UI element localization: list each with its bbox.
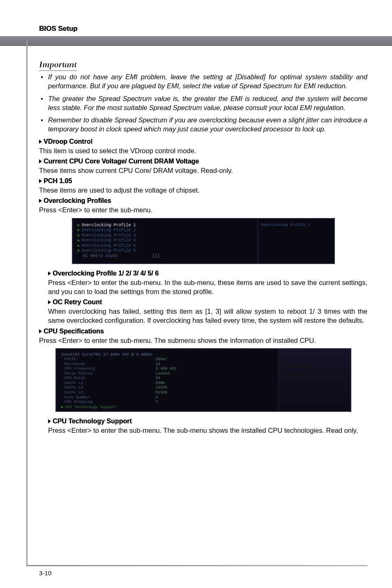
section-desc: Press <Enter> to enter the sub-menu. The… [39,336,367,345]
bios-screenshot-cpu-spec: Intel(R) Core(TM) i7-2600 CPU @ 3.40GHz … [55,348,351,412]
footer-rule [26,565,367,566]
important-heading: Important [39,59,77,70]
arrow-icon [39,159,42,163]
bios-row: ▶Overclocking Profile 2 [78,228,253,233]
triangle-icon: ▶ [78,228,80,232]
bios-data-row: CPU Stepping7 [61,400,273,404]
bios-data-row: CPU Frequency3.400 GHz [61,366,273,371]
important-list: If you do not have any EMI problem, leav… [39,72,367,134]
section-desc: These items show current CPU Core/ DRAM … [39,166,367,175]
bios-data-row: MicroCode12 [61,362,273,367]
section-heading-oc-profile-n: Overclocking Profile 1/ 2/ 3/ 4/ 5/ 6 [48,270,367,277]
section-desc: Press <Enter> to enter the sub-menu. [39,205,367,214]
bios-data-row: Ratio StatusLocked [61,371,273,376]
page-header-title: BIOS Setup [25,25,367,33]
triangle-icon: ▶ [78,243,80,248]
section-heading-cpu-tech: CPU Technology Support [48,418,367,425]
bios-data-row: CPUID206a7 [61,357,273,362]
important-bullet: The greater the Spread Spectrum value is… [39,94,367,113]
header-bar [0,36,392,46]
bios-row: ▶Overclocking Profile 1 [78,223,253,228]
important-bullet: If you do not have any EMI problem, leav… [39,72,367,91]
page-number: 3-10 [39,570,51,577]
arrow-icon [48,271,51,276]
bios-row-tech-support: ▶CPU Technology Support [61,404,273,409]
bios-data-row: Cache L1256K [61,381,273,386]
bios-row: ▶Overclocking Profile 5 [78,243,253,249]
triangle-icon: ▶ [78,248,80,253]
section-heading-vdroop: VDroop Control [39,138,367,145]
important-bullet: Remember to disable Spread Spectrum if y… [39,115,367,134]
arrow-icon [48,300,51,304]
section-desc: These items are used to adjust the volta… [39,186,367,195]
section-heading-cpu-spec: CPU Specifications [39,328,367,335]
bios-row: ▶Overclocking Profile 3 [78,233,253,239]
bios-cpu-title: Intel(R) Core(TM) i7-2600 CPU @ 3.40GHz [61,352,273,357]
bios-row: ▶Overclocking Profile 6 [78,248,253,254]
triangle-icon: ▶ [61,405,64,409]
bios-help-panel [279,349,350,411]
bios-screenshot-oc-profiles: ▶Overclocking Profile 1 ▶Overclocking Pr… [72,218,335,264]
bios-row: ▶Overclocking Profile 4 [78,238,253,243]
section-desc: Press <Enter> to enter the sub-menu. The… [48,426,367,435]
left-rule [26,41,28,566]
arrow-icon [39,140,42,144]
section-desc: When overclocking has failed, setting th… [48,307,367,325]
section-desc: This item is used to select the VDroop c… [39,146,367,155]
section-desc: Press <Enter> to enter the sub-menu. In … [48,278,367,296]
arrow-icon [39,199,42,203]
bios-data-row: Core Number4 [61,395,273,400]
bios-data-row: Cache L21024K [61,385,273,390]
triangle-icon: ▶ [78,233,80,238]
bios-row-retry: OC Retry Count [3] [78,254,160,259]
arrow-icon [39,329,42,333]
arrow-icon [39,179,42,183]
section-heading-pch: PCH 1.05 [39,177,367,185]
triangle-icon: ▶ [78,223,80,227]
arrow-icon [48,419,51,423]
bios-data-row: Cache L38192K [61,390,273,395]
bios-help-text: Overclocking Profile 1 [261,223,331,227]
bios-data-row: CPU Ratio34 [61,376,273,381]
triangle-icon: ▶ [78,238,80,243]
section-heading-voltage: Current CPU Core Voltage/ Current DRAM V… [39,158,367,165]
section-heading-oc-retry: OC Retry Count [48,299,367,306]
section-heading-oc-profiles: Overclocking Profiles [39,197,367,204]
